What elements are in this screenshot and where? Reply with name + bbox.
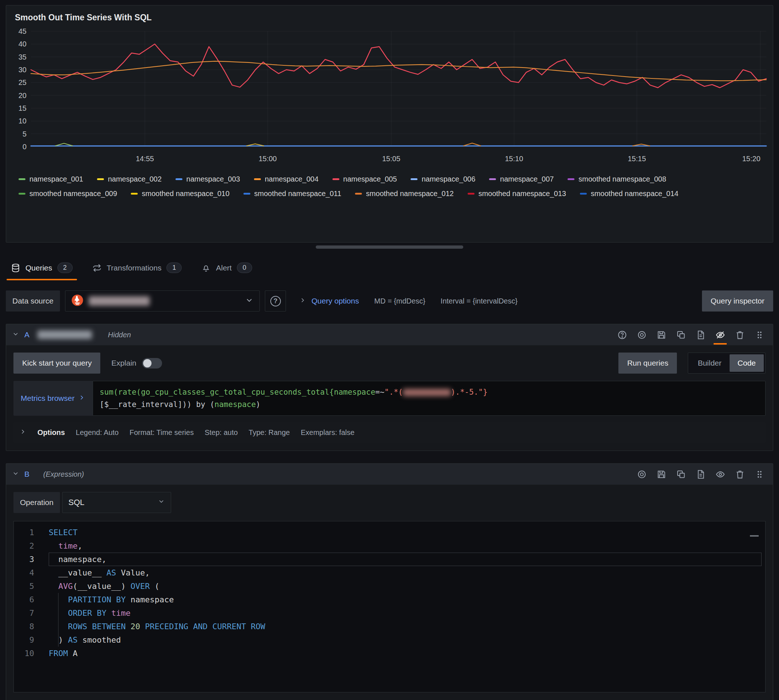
operation-select[interactable]: SQL [62, 492, 171, 513]
promql-field[interactable]: sum(rate(go_cpu_classes_gc_total_cpu_sec… [93, 381, 766, 416]
legend-label: smoothed namespace_013 [478, 190, 566, 198]
save-icon[interactable] [654, 466, 669, 483]
tab-label: Alert [216, 263, 231, 272]
legend-color-dash [411, 178, 418, 180]
note-icon[interactable] [693, 327, 708, 343]
code-option[interactable]: Code [730, 354, 764, 372]
drag-handle-icon[interactable] [752, 327, 767, 343]
panel-resize-handle[interactable] [316, 245, 463, 249]
sql-line[interactable]: 3 namespace, [14, 553, 765, 566]
trash-icon[interactable] [732, 327, 747, 343]
panel-title: Smooth Out Time Series With SQL [6, 5, 773, 24]
legend-label: namespace_006 [421, 175, 475, 183]
metrics-browser-label: Metrics browser [21, 394, 75, 403]
sql-code-text: AVG(__value__) OVER ( [48, 580, 762, 593]
option-summary-item: Exemplars: false [301, 428, 354, 437]
legend-item[interactable]: namespace_002 [97, 175, 162, 183]
legend-item[interactable]: smoothed namespace_014 [580, 190, 679, 198]
legend-item[interactable]: smoothed namespace_009 [18, 190, 117, 198]
tab-label: Queries [25, 263, 52, 272]
chevron-right-icon [78, 394, 85, 403]
sql-line[interactable]: 10FROM A [14, 647, 765, 660]
tab-queries[interactable]: Queries 2 [6, 255, 78, 280]
builder-option[interactable]: Builder [690, 354, 729, 372]
query-help-icon[interactable] [614, 327, 630, 343]
copy-icon[interactable] [673, 466, 689, 483]
datasource-picker[interactable] [65, 290, 260, 312]
legend-label: smoothed namespace_009 [29, 190, 117, 198]
legend-item[interactable]: smoothed namespace_012 [355, 190, 453, 198]
note-icon[interactable] [693, 466, 708, 483]
trash-icon[interactable] [732, 466, 747, 483]
question-circle-icon: ? [270, 296, 281, 307]
sql-line[interactable]: 8 ROWS BETWEEN 20 PRECEDING AND CURRENT … [14, 620, 765, 633]
sql-code-editor[interactable]: 1SELECT2 time,3 namespace,4 __value__ AS… [13, 521, 766, 692]
query-options-label: Query options [311, 297, 359, 305]
legend-color-dash [355, 193, 362, 195]
drag-handle-icon[interactable] [752, 466, 767, 483]
query-a-options-row[interactable]: Options Legend: AutoFormat: Time seriesS… [13, 422, 766, 443]
datasource-row: Data source ? Query options MD = {mdDesc… [6, 290, 773, 312]
interval-text: Interval = {intervalDesc} [441, 297, 518, 305]
datasource-help-button[interactable]: ? [265, 290, 286, 312]
query-a-header[interactable]: A Hidden [6, 324, 773, 345]
legend-color-dash [568, 178, 575, 180]
redacted-datasource-name [89, 296, 150, 306]
time-series-chart[interactable]: 05101520253035404514:5515:0015:0515:1015… [8, 27, 771, 169]
kick-start-query-button[interactable]: Kick start your query [13, 353, 100, 373]
legend-item[interactable]: smoothed namespace_010 [131, 190, 229, 198]
legend-item[interactable]: namespace_005 [333, 175, 397, 183]
save-icon[interactable] [654, 327, 669, 343]
legend-item[interactable]: smoothed namespace_008 [568, 175, 666, 183]
tab-transformations[interactable]: Transformations 1 [87, 255, 187, 280]
query-inspector-button[interactable]: Query inspector [702, 290, 773, 312]
eye-icon[interactable] [712, 466, 728, 483]
legend-item[interactable]: namespace_006 [411, 175, 475, 183]
sql-line[interactable]: 4 __value__ AS Value, [14, 566, 765, 580]
tab-alert[interactable]: Alert 0 [196, 255, 257, 280]
query-options-expander[interactable]: Query options [299, 297, 359, 306]
query-b-body: Operation SQL 1SELECT2 time,3 namespace,… [6, 485, 773, 700]
sql-line[interactable]: 9 ) AS smoothed [14, 633, 765, 647]
redacted-query-text [403, 389, 451, 396]
line-number: 8 [14, 620, 48, 633]
legend-item[interactable]: namespace_004 [254, 175, 319, 183]
prometheus-icon [71, 294, 84, 308]
sql-line[interactable]: 1SELECT [14, 526, 765, 539]
sql-code-text: ROWS BETWEEN 20 PRECEDING AND CURRENT RO… [48, 620, 762, 633]
line-number: 4 [14, 566, 48, 580]
metrics-browser-button[interactable]: Metrics browser [13, 381, 93, 416]
legend-item[interactable]: smoothed namespace_011 [243, 190, 341, 198]
run-queries-button[interactable]: Run queries [619, 353, 677, 373]
record-icon[interactable] [634, 466, 649, 483]
collapse-chevron-icon[interactable] [12, 330, 19, 339]
legend-item[interactable]: namespace_001 [18, 175, 83, 183]
svg-text:15:10: 15:10 [505, 155, 523, 163]
query-b-header[interactable]: B (Expression) [6, 463, 773, 485]
eye-off-icon[interactable] [712, 327, 728, 343]
copy-icon[interactable] [673, 327, 689, 343]
chevron-right-icon [299, 297, 306, 306]
collapse-chevron-icon[interactable] [12, 470, 19, 478]
line-number: 3 [14, 553, 48, 566]
chevron-down-icon [245, 296, 254, 306]
chevron-right-icon [19, 428, 27, 437]
svg-text:15:20: 15:20 [742, 155, 761, 163]
svg-text:40: 40 [18, 40, 27, 48]
query-row-b: B (Expression) Operation SQL [6, 463, 773, 700]
sql-line[interactable]: 6 PARTITION BY namespace [14, 593, 765, 606]
legend-color-dash [243, 193, 250, 195]
legend-item[interactable]: smoothed namespace_013 [468, 190, 566, 198]
legend-color-dash [18, 178, 25, 180]
record-icon[interactable] [634, 327, 649, 343]
legend-label: smoothed namespace_012 [366, 190, 453, 198]
sql-line[interactable]: 7 ORDER BY time [14, 606, 765, 620]
chevron-down-icon [158, 498, 165, 507]
sql-code-text: time, [48, 539, 762, 553]
sql-line[interactable]: 5 AVG(__value__) OVER ( [14, 580, 765, 593]
svg-text:30: 30 [18, 66, 27, 74]
legend-item[interactable]: namespace_007 [489, 175, 554, 183]
explain-toggle[interactable] [142, 358, 162, 368]
legend-item[interactable]: namespace_003 [176, 175, 240, 183]
sql-line[interactable]: 2 time, [14, 539, 765, 553]
